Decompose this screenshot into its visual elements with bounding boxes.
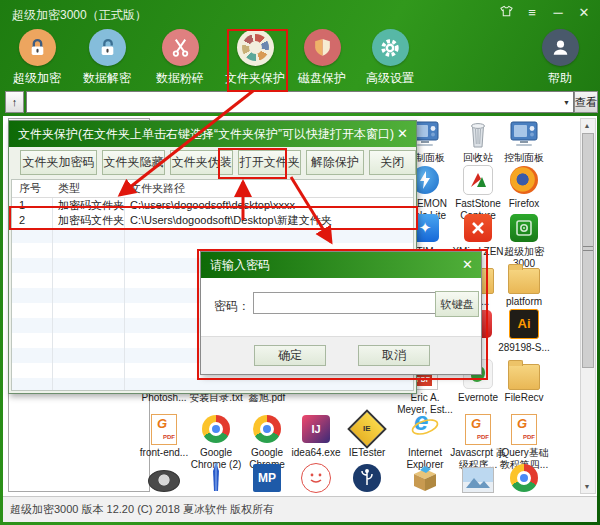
dialog-button-row: 文件夹加密码文件夹隐藏文件夹伪装打开文件夹解除保护关闭 — [9, 147, 416, 178]
dialog-button-5[interactable]: 关闭 — [369, 150, 416, 175]
desktop-icon-folder[interactable]: FileRecv — [496, 358, 552, 404]
desktop-icon-computer[interactable]: 控制面板 — [496, 118, 552, 164]
scissors-icon — [162, 29, 199, 66]
table-cell: C:\users\dogoodsoft\desktop\xxxx — [124, 198, 413, 213]
desktop-icon-gpdf[interactable]: GPDFfront-end... — [136, 413, 192, 459]
toolbar-item-label: 帮助 — [548, 71, 572, 85]
status-bar: 超级加密3000 版本 12.20 (C) 2018 夏冰软件 版权所有 — [3, 496, 597, 522]
mp-icon: MP — [239, 462, 295, 494]
toolbar-item-3[interactable]: 文件夹保护 — [223, 29, 287, 87]
table-cell: 加密码文件夹 — [52, 198, 124, 213]
menu-icon[interactable]: ≡ — [524, 5, 540, 21]
toolbar-item-label: 文件夹保护 — [225, 71, 285, 85]
toolbar-item-2[interactable]: 数据粉碎 — [148, 29, 212, 87]
desktop-icon-koala[interactable]: Koala — [136, 462, 192, 496]
table-cell: 1 — [12, 198, 52, 213]
dialog-title-bar: 文件夹保护(在文件夹上单击右键选择“文件夹保护”可以快捷打开本窗口) ✕ — [9, 121, 416, 147]
cancel-button[interactable]: 取消 — [358, 345, 430, 366]
scroll-down-icon[interactable]: ▼ — [581, 480, 593, 493]
view-button[interactable]: 查看 — [574, 91, 598, 113]
toolbar-item-0[interactable]: 超级加密 — [5, 29, 69, 87]
toolbar-item-4[interactable]: 磁盘保护 — [290, 29, 354, 87]
toolbar-item-help[interactable]: 帮助 — [528, 29, 592, 87]
ai-icon: Ai — [496, 308, 552, 340]
chrome-icon — [496, 462, 552, 494]
desktop-icon-firefox[interactable]: Firefox — [496, 164, 552, 210]
window-title: 超级加密3000（正式版） — [12, 7, 147, 24]
table-cell: 加密码文件夹 — [52, 213, 124, 228]
close-icon[interactable]: ✕ — [576, 5, 592, 21]
desktop-icon-mp[interactable]: MPMarkdow... — [239, 462, 295, 496]
desktop-icon-label: front-end... — [136, 447, 192, 459]
up-button[interactable]: ↑ — [5, 91, 24, 113]
dialog-title-bar: 请输入密码 ✕ — [201, 252, 481, 278]
ietester-icon: IE — [339, 413, 395, 445]
vertical-scrollbar[interactable]: ▲ ▼ — [580, 118, 596, 494]
minimize-icon[interactable]: ─ — [550, 5, 566, 21]
column-header[interactable]: 文件夹路径 — [124, 180, 413, 197]
chevron-down-icon[interactable]: ▼ — [563, 99, 570, 106]
person-icon — [542, 29, 579, 66]
lantern-icon — [188, 462, 244, 494]
gpdf-icon: GPDF — [496, 413, 552, 445]
desktop-icon-sourcetree[interactable]: SourceTree — [339, 462, 395, 496]
password-dialog: 请输入密码 ✕ 密码： 软键盘 确定 取消 — [200, 251, 482, 375]
title-bar: 超级加密3000（正式版） ≡ ─ ✕ — [0, 0, 600, 26]
table-header: 序号类型文件夹路径 — [12, 180, 413, 198]
desktop-icon-mockingbot[interactable]: MockingBot — [288, 462, 344, 496]
dialog-footer: 确定 取消 — [201, 336, 481, 374]
folder-icon — [496, 358, 552, 390]
desktop-icon-thunderbox[interactable]: Thunder... — [397, 462, 453, 496]
desktop-icon-idea[interactable]: IJidea64.exe — [288, 413, 344, 459]
address-bar: ↑ ▼ 查看 — [0, 88, 600, 116]
close-icon[interactable]: ✕ — [462, 252, 473, 278]
desktop-icon-chrome[interactable]: Untitled 1 — [496, 462, 552, 496]
table-row[interactable]: 1加密码文件夹C:\users\dogoodsoft\desktop\xxxx — [12, 198, 413, 213]
safe-icon — [496, 212, 552, 244]
column-header[interactable]: 序号 — [12, 180, 52, 197]
status-text: 超级加密3000 版本 12.20 (C) 2018 夏冰软件 版权所有 — [10, 503, 274, 515]
toolbar-item-label: 数据粉碎 — [156, 71, 204, 85]
desktop-icon-lantern[interactable]: Lantern — [188, 462, 244, 496]
toolbar-item-5[interactable]: 高级设置 — [358, 29, 422, 87]
unlock-icon — [89, 29, 126, 66]
toolbar-item-label: 超级加密 — [13, 71, 61, 85]
gpdf-icon: GPDF — [136, 413, 192, 445]
color-wheel-icon — [237, 29, 274, 66]
toolbar-item-1[interactable]: 数据解密 — [75, 29, 139, 87]
path-combobox[interactable]: ▼ — [26, 91, 574, 113]
lock-icon — [19, 29, 56, 66]
dialog-button-2[interactable]: 文件夹伪装 — [170, 150, 233, 175]
close-icon[interactable]: ✕ — [397, 121, 408, 147]
dialog-button-1[interactable]: 文件夹隐藏 — [102, 150, 165, 175]
dialog-title: 文件夹保护(在文件夹上单击右键选择“文件夹保护”可以快捷打开本窗口) — [18, 127, 394, 141]
main-toolbar: 超级加密数据解密数据粉碎文件夹保护磁盘保护高级设置帮助 — [0, 26, 600, 88]
dialog-button-3[interactable]: 打开文件夹 — [238, 150, 301, 175]
desktop-icon-ai[interactable]: Ai289198-S... — [496, 308, 552, 354]
skin-icon[interactable] — [498, 5, 514, 21]
chrome-icon — [188, 413, 244, 445]
shield-icon — [304, 29, 341, 66]
koala-icon — [136, 462, 192, 494]
desktop-icon-label: platform — [496, 296, 552, 308]
toolbar-item-label: 数据解密 — [83, 71, 131, 85]
ok-button[interactable]: 确定 — [254, 345, 326, 366]
password-label: 密码： — [214, 298, 250, 315]
desktop-icon-label: FileRecv — [496, 392, 552, 404]
desktop-icon-label: 289198-S... — [496, 342, 552, 354]
table-row[interactable]: 2加密码文件夹C:\Users\dogoodsoft\Desktop\新建文件夹 — [12, 213, 413, 228]
toolbar-item-label: 磁盘保护 — [298, 71, 346, 85]
gear-icon — [372, 29, 409, 66]
thunderbox-icon — [397, 462, 453, 494]
computer-icon — [496, 118, 552, 150]
desktop-icon-label: idea64.exe — [288, 447, 344, 459]
scroll-up-icon[interactable]: ▲ — [581, 119, 593, 132]
desktop-icon-folder[interactable]: platform — [496, 262, 552, 308]
soft-keyboard-button[interactable]: 软键盘 — [435, 291, 479, 317]
column-header[interactable]: 类型 — [52, 180, 124, 197]
scrollbar-thumb[interactable] — [582, 133, 594, 368]
dialog-button-0[interactable]: 文件夹加密码 — [20, 150, 97, 175]
desktop-icon-ietester[interactable]: IEIETester — [339, 413, 395, 459]
dialog-button-4[interactable]: 解除保护 — [306, 150, 363, 175]
password-input[interactable] — [253, 292, 437, 314]
